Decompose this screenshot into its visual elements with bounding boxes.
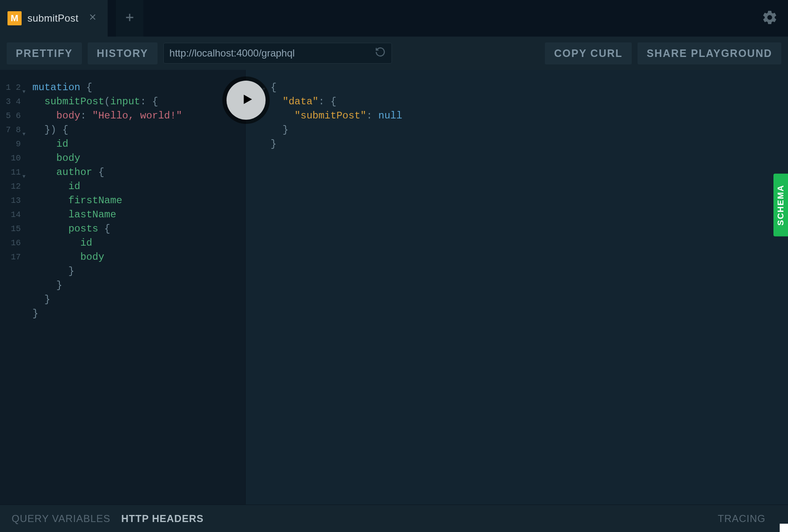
settings-button[interactable]: [761, 9, 778, 27]
schema-tab[interactable]: SCHEMA: [773, 174, 788, 236]
fold-icon[interactable]: ▼: [22, 170, 25, 184]
tab-http-headers[interactable]: HTTP HEADERS: [121, 513, 204, 525]
reload-icon[interactable]: [375, 47, 386, 60]
response-pane: ▼ { "data": { "submitPost": null }}: [245, 70, 788, 505]
resize-corner[interactable]: [780, 524, 788, 532]
query-code[interactable]: mutation { submitPost(input: { body: "He…: [32, 81, 239, 321]
fold-icon[interactable]: ▼: [22, 85, 25, 99]
close-icon[interactable]: [89, 13, 97, 24]
run-button[interactable]: [227, 81, 266, 120]
response-code: { "data": { "submitPost": null }}: [271, 81, 781, 151]
tab-bar: M submitPost: [0, 0, 788, 37]
mutation-badge-icon: M: [7, 11, 22, 25]
tab-title: submitPost: [27, 12, 79, 24]
app-root: M submitPost PRETTIFY HISTORY COP: [0, 0, 788, 532]
gear-icon: [761, 20, 778, 27]
tab-query-variables[interactable]: QUERY VARIABLES: [12, 513, 111, 525]
plus-icon: [124, 12, 135, 25]
endpoint-input[interactable]: [170, 47, 386, 59]
query-editor[interactable]: 1 2 3 4 5 6 7 8 9 10 11 12 13 14 15 16 1…: [0, 70, 245, 505]
copy-curl-button[interactable]: COPY CURL: [545, 42, 632, 64]
main-area: 1 2 3 4 5 6 7 8 9 10 11 12 13 14 15 16 1…: [0, 70, 788, 505]
share-playground-button[interactable]: SHARE PLAYGROUND: [638, 42, 781, 64]
tab-submitpost[interactable]: M submitPost: [0, 0, 108, 37]
fold-icon[interactable]: ▼: [22, 127, 25, 141]
new-tab-button[interactable]: [116, 0, 143, 37]
history-button[interactable]: HISTORY: [88, 42, 158, 64]
line-gutter: 1 2 3 4 5 6 7 8 9 10 11 12 13 14 15 16 1…: [4, 81, 21, 264]
prettify-button[interactable]: PRETTIFY: [7, 42, 82, 64]
endpoint-field[interactable]: [163, 43, 392, 64]
tab-tracing[interactable]: TRACING: [718, 513, 766, 525]
toolbar: PRETTIFY HISTORY COPY CURL SHARE PLAYGRO…: [0, 37, 788, 70]
play-icon: [238, 92, 254, 108]
bottom-bar: QUERY VARIABLES HTTP HEADERS TRACING: [0, 505, 788, 532]
